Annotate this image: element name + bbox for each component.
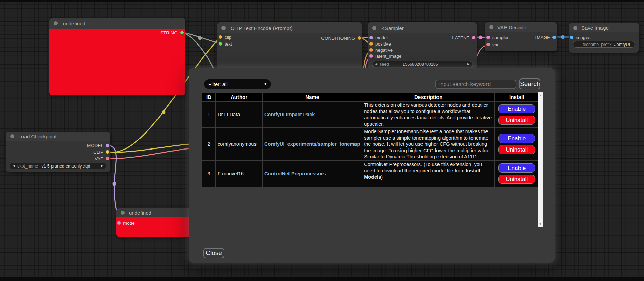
input-vae: vae: [486, 41, 500, 48]
cell-install: Enable Uninstall: [495, 102, 538, 127]
increment-arrow-icon[interactable]: ▶: [101, 164, 103, 168]
wire-vae-to-hidden: [108, 148, 189, 159]
node-ksampler[interactable]: KSampler model positive negative latent_…: [368, 22, 477, 70]
header-author: Author: [216, 93, 262, 101]
cell-id: 2: [202, 128, 215, 160]
input-negative: negative: [369, 47, 393, 53]
seed-widget[interactable]: ◀ seed 156680208700286 ▶: [372, 61, 473, 67]
node-undefined-top[interactable]: undefined STRING: [49, 18, 185, 95]
enable-button[interactable]: Enable: [498, 134, 535, 143]
search-button[interactable]: Search: [519, 78, 540, 89]
output-port-dot[interactable]: [472, 36, 475, 39]
cell-description: ModelSamplerTonemapNoiseTest a node that…: [362, 128, 494, 160]
node-collapse-dot-icon[interactable]: [10, 134, 14, 138]
output-port-dot[interactable]: [106, 157, 109, 160]
cell-name: ComfyUI_experiments/sampler_tonemap: [263, 128, 362, 160]
extension-link[interactable]: ComfyUI_experiments/sampler_tonemap: [264, 141, 360, 147]
input-port-dot[interactable]: [369, 36, 373, 39]
node-undefined-top-header[interactable]: undefined: [49, 18, 185, 29]
close-button[interactable]: Close: [203, 248, 224, 258]
node-collapse-dot-icon[interactable]: [221, 26, 226, 30]
scroll-down-icon[interactable]: ▼: [538, 222, 543, 226]
cell-description: This extension offers various detector n…: [362, 102, 494, 127]
node-vae-decode[interactable]: VAE Decode samples vae IMAGE: [485, 22, 557, 51]
node-undefined-bottom-header[interactable]: undefined: [116, 208, 193, 217]
node-load-checkpoint-header[interactable]: Load Checkpoint: [6, 132, 110, 141]
input-port-dot[interactable]: [486, 43, 490, 46]
output-port-dot[interactable]: [106, 144, 109, 147]
input-port-dot[interactable]: [219, 35, 222, 39]
input-model: model: [369, 35, 388, 41]
input-port-dot[interactable]: [486, 36, 490, 39]
increment-arrow-icon[interactable]: ▶: [467, 63, 470, 66]
table-row: 3 Fannovel16 ControlNet Preprocessors Co…: [202, 161, 538, 187]
chevron-down-icon: ⯆: [264, 82, 267, 87]
node-undefined-top-body: [49, 29, 185, 95]
input-text: text: [219, 41, 232, 47]
output-conditioning: CONDITIONING: [321, 35, 361, 41]
extension-link[interactable]: ControlNet Preprocessors: [264, 171, 326, 176]
table-header-row: ID Author Name Description Install: [202, 93, 538, 101]
cell-install: Enable Uninstall: [495, 161, 538, 187]
output-model: MODEL: [87, 142, 109, 148]
uninstall-button[interactable]: Uninstall: [498, 145, 535, 154]
extension-table: ID Author Name Description Install 1 Dr.…: [201, 92, 539, 187]
node-save-image-header[interactable]: Save Image: [569, 23, 639, 32]
cell-author: Dr.Lt.Data: [216, 102, 262, 127]
node-vae-decode-header[interactable]: VAE Decode: [485, 22, 557, 32]
output-port-dot[interactable]: [358, 36, 361, 40]
cell-id: 3: [202, 161, 215, 187]
node-collapse-dot-icon[interactable]: [573, 26, 577, 30]
node-undefined-bottom[interactable]: undefined model: [116, 208, 193, 237]
input-clip: clip: [219, 34, 231, 40]
input-port-dot[interactable]: [219, 42, 222, 46]
node-save-image[interactable]: Save Image images filename_prefix ComfyU…: [569, 23, 639, 53]
node-collapse-dot-icon[interactable]: [54, 21, 58, 25]
filter-select[interactable]: Filter: all ⯆: [204, 79, 271, 89]
output-clip: CLIP: [93, 149, 109, 155]
input-port-dot[interactable]: [369, 48, 373, 52]
cell-id: 1: [202, 102, 215, 127]
filename-prefix-value: ComfyUI: [613, 42, 630, 47]
cell-author: comfyanonymous: [216, 128, 262, 160]
output-port-dot[interactable]: [180, 31, 184, 35]
node-clip-text-encode-header[interactable]: CLIP Text Encode (Prompt): [217, 22, 362, 33]
cell-name: ControlNet Preprocessors: [263, 161, 362, 187]
output-port-dot[interactable]: [552, 36, 556, 39]
input-port-dot[interactable]: [570, 36, 573, 39]
enable-button[interactable]: Enable: [498, 104, 535, 113]
comfyui-canvas[interactable]: undefined STRING CLIP Text Encode (Promp…: [0, 0, 644, 281]
ckpt-name-widget[interactable]: ◀ ckpt_name v1-5-pruned-emaonly.ckpt ▶: [10, 163, 106, 169]
cell-install: Enable Uninstall: [495, 128, 538, 160]
decrement-arrow-icon[interactable]: ◀: [13, 164, 15, 168]
input-samples: samples: [486, 34, 509, 40]
table-scrollbar[interactable]: ▲ ▼: [538, 92, 543, 227]
node-collapse-dot-icon[interactable]: [372, 26, 376, 30]
node-load-checkpoint[interactable]: Load Checkpoint MODEL CLIP VAE ◀ ckpt_na…: [6, 132, 110, 172]
enable-button[interactable]: Enable: [498, 163, 535, 173]
node-collapse-dot-icon[interactable]: [121, 211, 125, 215]
ckpt-name-value: v1-5-pruned-emaonly.ckpt: [41, 164, 90, 169]
input-port-dot[interactable]: [117, 221, 121, 225]
cell-author: Fannovel16: [216, 161, 262, 187]
uninstall-button[interactable]: Uninstall: [498, 116, 535, 125]
decrement-arrow-icon[interactable]: ◀: [375, 63, 377, 66]
output-port-dot[interactable]: [106, 150, 109, 154]
header-install: Install: [495, 93, 538, 101]
input-port-dot[interactable]: [369, 42, 373, 46]
header-name: Name: [263, 93, 362, 101]
extension-link[interactable]: ComfyUI Impact Pack: [264, 112, 315, 117]
node-collapse-dot-icon[interactable]: [489, 25, 493, 29]
scroll-up-icon[interactable]: ▲: [538, 93, 543, 98]
output-vae: VAE: [95, 156, 109, 162]
output-image: IMAGE: [535, 34, 556, 40]
extension-table-region: ID Author Name Description Install 1 Dr.…: [202, 92, 543, 227]
filename-prefix-widget[interactable]: filename_prefix ComfyUI: [573, 41, 635, 48]
node-clip-text-encode[interactable]: CLIP Text Encode (Prompt) clip text COND…: [217, 22, 362, 73]
search-input[interactable]: [435, 80, 516, 89]
table-row: 2 comfyanonymous ComfyUI_experiments/sam…: [202, 128, 538, 160]
input-port-dot[interactable]: [369, 54, 373, 58]
node-ksampler-header[interactable]: KSampler: [368, 22, 477, 33]
output-string: STRING: [160, 30, 184, 36]
uninstall-button[interactable]: Uninstall: [498, 175, 535, 184]
